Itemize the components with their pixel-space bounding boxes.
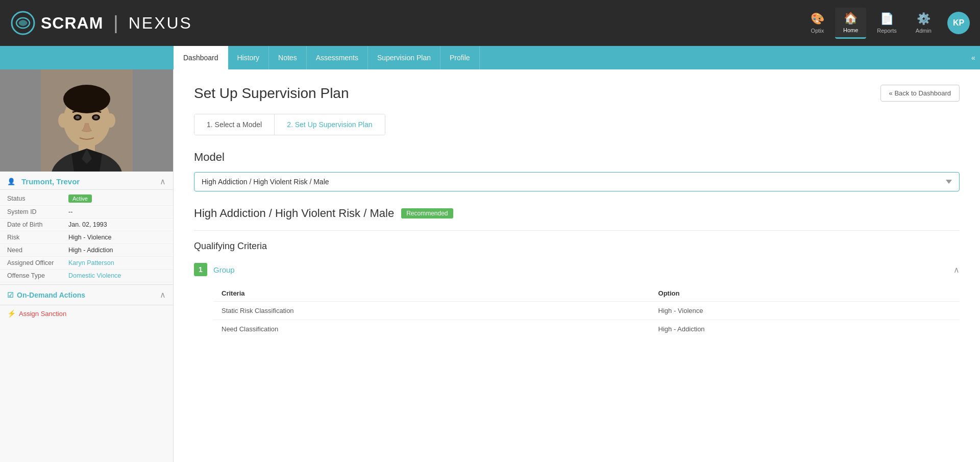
need-value: High - Addiction: [68, 247, 113, 254]
logo-divider: |: [113, 12, 118, 34]
top-nav: SCRAM | NEXUS 🎨 Optix 🏠 Home 📄 Reports ⚙…: [0, 0, 980, 46]
model-header: High Addiction / High Violent Risk / Mal…: [194, 207, 960, 220]
group-left: 1 Group: [194, 263, 235, 276]
sidebar-collapse-chevron[interactable]: ∧: [160, 177, 166, 186]
criteria-table-body: Static Risk Classification High - Violen…: [213, 302, 960, 338]
wizard-step-1[interactable]: 1. Select a Model: [194, 114, 275, 135]
tab-history[interactable]: History: [228, 46, 270, 69]
wizard-step-1-label: 1. Select a Model: [207, 120, 262, 129]
sidebar-info-table: Status Active System ID -- Date of Birth…: [0, 190, 173, 284]
wizard-step-2-label: 2. Set Up Supervision Plan: [287, 120, 372, 129]
group-row-1[interactable]: 1 Group ∧: [194, 259, 960, 280]
logo-area: SCRAM | NEXUS: [10, 10, 192, 36]
admin-icon: ⚙️: [917, 12, 930, 26]
risk-value: High - Violence: [68, 234, 112, 241]
wizard-step-2[interactable]: 2. Set Up Supervision Plan: [275, 114, 384, 135]
page-header: Set Up Supervision Plan « Back to Dashbo…: [194, 85, 960, 102]
assign-sanction-item[interactable]: ⚡ Assign Sanction: [0, 305, 173, 322]
model-section-title: Model: [194, 151, 960, 164]
option-cell-1: High - Violence: [650, 302, 960, 320]
officer-value[interactable]: Karyn Patterson: [68, 259, 114, 266]
nav-optix[interactable]: 🎨 Optix: [802, 8, 832, 38]
table-row: Static Risk Classification High - Violen…: [213, 302, 960, 320]
tab-notes[interactable]: Notes: [269, 46, 307, 69]
page-title: Set Up Supervision Plan: [194, 85, 349, 102]
person-illustration: [41, 69, 133, 172]
on-demand-actions-row: ☑ On-Demand Actions ∧: [0, 284, 173, 305]
offense-value[interactable]: Domestic Violence: [68, 272, 121, 279]
svg-point-11: [76, 116, 80, 119]
risk-label: Risk: [7, 234, 68, 241]
sidebar-row-officer: Assigned Officer Karyn Patterson: [0, 257, 173, 270]
dob-value: Jan. 02, 1993: [68, 221, 107, 228]
nav-reports[interactable]: 📄 Reports: [869, 8, 905, 38]
tab-assessments[interactable]: Assessments: [307, 46, 368, 69]
model-display-name: High Addiction / High Violent Risk / Mal…: [194, 207, 394, 220]
criteria-table-header-row: Criteria Option: [213, 285, 960, 302]
tab-dashboard-label: Dashboard: [183, 54, 218, 62]
checkbox-icon: ☑: [7, 291, 14, 299]
wizard-steps: 1. Select a Model 2. Set Up Supervision …: [194, 114, 385, 135]
user-avatar[interactable]: KP: [947, 12, 970, 34]
nav-admin-label: Admin: [916, 28, 932, 34]
sidebar-person-name[interactable]: Trumont, Trevor: [21, 177, 80, 186]
nav-reports-label: Reports: [877, 28, 897, 34]
group-number: 1: [194, 263, 207, 276]
sidebar-toggle-button[interactable]: «: [967, 46, 980, 69]
reports-icon: 📄: [880, 12, 894, 26]
person-photo: [41, 69, 133, 172]
optix-icon: 🎨: [811, 12, 824, 26]
nav-home[interactable]: 🏠 Home: [835, 8, 866, 39]
criteria-table: Criteria Option Static Risk Classificati…: [213, 285, 960, 338]
on-demand-title: ☑ On-Demand Actions: [7, 291, 85, 299]
section-divider: [194, 230, 960, 231]
nav-icons: 🎨 Optix 🏠 Home 📄 Reports ⚙️ Admin KP: [802, 8, 970, 39]
svg-point-12: [94, 116, 98, 119]
tab-supervision-plan-label: Supervision Plan: [377, 54, 431, 62]
main-content: Set Up Supervision Plan « Back to Dashbo…: [174, 69, 980, 462]
tab-profile-label: Profile: [450, 54, 470, 62]
home-icon: 🏠: [844, 12, 857, 25]
tab-supervision-plan[interactable]: Supervision Plan: [368, 46, 440, 69]
tab-notes-label: Notes: [278, 54, 297, 62]
option-col-header: Option: [650, 285, 960, 302]
back-to-dashboard-button[interactable]: « Back to Dashboard: [880, 85, 960, 102]
sidebar-row-risk: Risk High - Violence: [0, 231, 173, 244]
criteria-cell-2: Need Classification: [213, 320, 650, 338]
person-icon: 👤: [7, 178, 15, 185]
group-chevron-icon: ∧: [953, 265, 960, 275]
dob-label: Date of Birth: [7, 221, 68, 228]
sidebar-row-status: Status Active: [0, 192, 173, 206]
sidebar-row-dob: Date of Birth Jan. 02, 1993: [0, 218, 173, 231]
logo-scram: SCRAM: [41, 14, 103, 33]
offense-label: Offense Type: [7, 272, 68, 279]
status-badge: Active: [68, 194, 92, 203]
status-label: Status: [7, 195, 68, 202]
svg-point-7: [58, 113, 68, 128]
lightning-icon: ⚡: [7, 309, 16, 318]
sidebar: 👤 Trumont, Trevor ∧ Status Active System…: [0, 69, 174, 462]
tab-history-label: History: [237, 54, 260, 62]
on-demand-collapse-chevron[interactable]: ∧: [160, 290, 166, 300]
sub-nav: Dashboard History Notes Assessments Supe…: [0, 46, 980, 69]
logo-nexus: NEXUS: [129, 14, 192, 33]
back-button-label: « Back to Dashboard: [889, 89, 951, 97]
sidebar-photo: [0, 69, 173, 172]
on-demand-label: On-Demand Actions: [17, 291, 85, 299]
option-cell-2: High - Addiction: [650, 320, 960, 338]
nav-optix-label: Optix: [811, 28, 824, 34]
system-id-value: --: [68, 208, 72, 215]
group-label: Group: [213, 265, 235, 274]
sidebar-row-need: Need High - Addiction: [0, 244, 173, 257]
assign-sanction-label: Assign Sanction: [19, 310, 66, 318]
nav-admin[interactable]: ⚙️ Admin: [908, 8, 940, 38]
system-id-label: System ID: [7, 208, 68, 215]
nav-home-label: Home: [843, 27, 858, 33]
model-select[interactable]: High Addiction / High Violent Risk / Mal…: [194, 172, 960, 191]
tab-profile[interactable]: Profile: [440, 46, 480, 69]
tab-dashboard[interactable]: Dashboard: [174, 46, 228, 69]
svg-point-8: [105, 113, 115, 128]
scram-logo-icon: [10, 10, 36, 36]
sidebar-toggle-icon: «: [971, 54, 975, 62]
criteria-table-head: Criteria Option: [213, 285, 960, 302]
